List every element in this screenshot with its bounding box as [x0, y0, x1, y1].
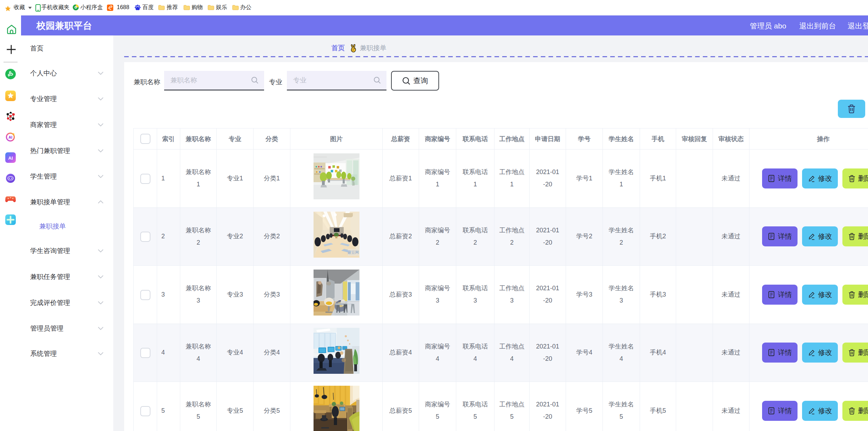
- svg-text:最豆网: 最豆网: [347, 250, 359, 254]
- svg-text:AI: AI: [8, 155, 13, 161]
- svg-text:AI: AI: [8, 135, 12, 139]
